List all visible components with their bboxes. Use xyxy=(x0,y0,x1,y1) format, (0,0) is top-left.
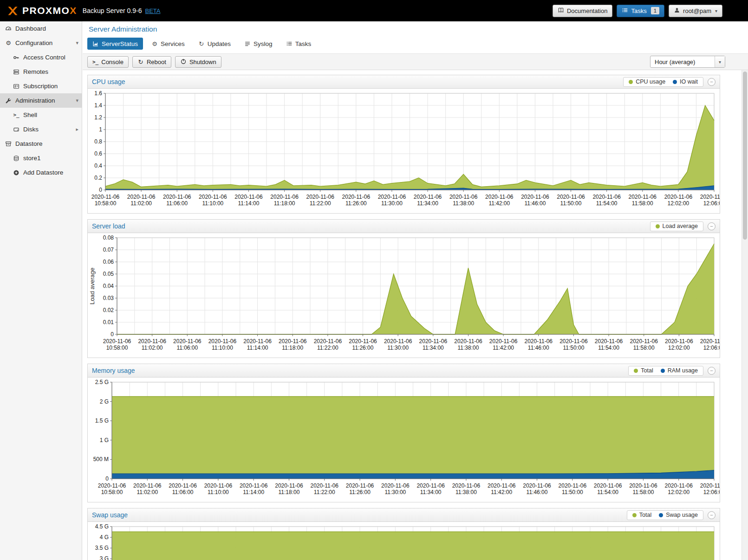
svg-text:2020-11-06: 2020-11-06 xyxy=(700,194,720,200)
sidebar-item-administration[interactable]: Administration▾ xyxy=(0,93,82,108)
tab-tasks[interactable]: Tasks xyxy=(281,38,317,50)
svg-text:2020-11-06: 2020-11-06 xyxy=(342,194,371,200)
page-title: Server Administration xyxy=(89,25,748,33)
svg-text:2020-11-06: 2020-11-06 xyxy=(163,194,191,200)
expand-arrow-icon[interactable]: ▸ xyxy=(76,126,78,132)
vertical-scrollbar[interactable] xyxy=(741,70,748,560)
svg-text:11:42:00: 11:42:00 xyxy=(493,345,514,351)
sidebar-item-subscription[interactable]: Subscription xyxy=(0,79,82,93)
svg-text:2020-11-06: 2020-11-06 xyxy=(488,482,516,489)
svg-text:11:06:00: 11:06:00 xyxy=(176,345,198,351)
svg-text:2020-11-06: 2020-11-06 xyxy=(381,482,410,489)
legend-item-io-wait[interactable]: IO wait xyxy=(673,78,698,85)
svg-text:0.4: 0.4 xyxy=(94,163,102,169)
book-icon xyxy=(558,7,564,15)
shutdown-button[interactable]: Shutdown xyxy=(175,56,221,68)
sidebar-item-configuration[interactable]: ⚙Configuration▾ xyxy=(0,36,82,50)
collapse-panel-button[interactable]: − xyxy=(708,78,715,86)
chart-canvas: 0500 M1 G1.5 G2 G2.5 G3 G3.5 G4 G4.5 G20… xyxy=(88,522,720,560)
svg-text:11:14:00: 11:14:00 xyxy=(247,345,268,351)
svg-text:2020-11-06: 2020-11-06 xyxy=(270,194,299,200)
svg-text:11:02:00: 11:02:00 xyxy=(142,345,163,351)
sidebar-item-dashboard[interactable]: Dashboard xyxy=(0,21,82,36)
tab-updates[interactable]: ↻Updates xyxy=(193,38,236,50)
tab-syslog[interactable]: Syslog xyxy=(239,38,278,50)
sidebar-item-shell[interactable]: >_Shell xyxy=(0,108,82,122)
beta-link[interactable]: BETA xyxy=(145,7,160,14)
legend-item-swap-usage[interactable]: Swap usage xyxy=(659,512,698,518)
tab-serverstatus[interactable]: ServerStatus xyxy=(87,38,143,50)
collapse-panel-button[interactable]: − xyxy=(708,222,715,230)
user-label: root@pam xyxy=(683,7,711,14)
svg-text:2020-11-06: 2020-11-06 xyxy=(592,194,621,200)
svg-text:500 M: 500 M xyxy=(93,456,109,462)
timerange-value: Hour (average) xyxy=(655,59,695,65)
svg-text:11:30:00: 11:30:00 xyxy=(387,345,409,351)
legend-label: IO wait xyxy=(680,78,698,85)
sidebar-item-add-datastore[interactable]: Add Datastore xyxy=(0,165,82,180)
svg-text:2020-11-06: 2020-11-06 xyxy=(98,482,126,489)
expand-arrow-icon[interactable]: ▾ xyxy=(76,40,78,46)
svg-text:2020-11-06: 2020-11-06 xyxy=(559,482,587,489)
svg-text:11:58:00: 11:58:00 xyxy=(632,200,653,207)
documentation-button[interactable]: Documentation xyxy=(553,5,612,17)
tab-services[interactable]: ⚙Services xyxy=(146,38,190,50)
console-button[interactable]: >_ Console xyxy=(87,56,129,68)
svg-text:2020-11-06: 2020-11-06 xyxy=(454,338,482,345)
user-menu-button[interactable]: root@pam ▾ xyxy=(669,5,722,17)
svg-text:1.5 G: 1.5 G xyxy=(95,417,109,424)
svg-text:11:46:00: 11:46:00 xyxy=(527,489,548,495)
caret-down-icon: ▾ xyxy=(715,8,717,13)
collapse-panel-button[interactable]: − xyxy=(708,367,715,375)
panel-server-load: Server loadLoad average−00.010.020.030.0… xyxy=(87,219,720,358)
svg-text:2020-11-06: 2020-11-06 xyxy=(91,194,120,200)
legend-dot-icon xyxy=(629,80,633,84)
top-header: PROXMOX Backup Server 0.9-6 BETA Documen… xyxy=(0,0,748,21)
legend-item-total[interactable]: Total xyxy=(632,512,651,518)
svg-text:2020-11-06: 2020-11-06 xyxy=(700,482,720,489)
product-version: Backup Server 0.9-6 xyxy=(83,7,142,14)
svg-text:2020-11-06: 2020-11-06 xyxy=(204,482,233,489)
panel-title: CPU usage xyxy=(92,78,125,85)
reboot-button[interactable]: ↻ Reboot xyxy=(132,56,171,68)
chart-canvas: 00.010.020.030.040.050.060.070.082020-11… xyxy=(88,233,720,358)
legend-dot-icon xyxy=(634,369,638,373)
console-label: Console xyxy=(101,59,124,65)
sidebar-item-disks[interactable]: Disks▸ xyxy=(0,122,82,137)
sidebar-item-access-control[interactable]: Access Control xyxy=(0,50,82,65)
legend-label: Total xyxy=(641,367,653,374)
sidebar-item-label: Configuration xyxy=(15,39,52,46)
svg-text:2020-11-06: 2020-11-06 xyxy=(557,194,585,200)
scrollbar-thumb[interactable] xyxy=(743,72,747,240)
svg-text:2020-11-06: 2020-11-06 xyxy=(384,338,412,345)
task-list-icon xyxy=(622,7,628,15)
svg-text:2020-11-06: 2020-11-06 xyxy=(452,482,481,489)
svg-text:1.6: 1.6 xyxy=(94,90,102,97)
timerange-select[interactable]: Hour (average) ▾ xyxy=(650,56,725,68)
svg-text:0.06: 0.06 xyxy=(103,259,114,265)
svg-text:11:10:00: 11:10:00 xyxy=(208,489,229,495)
legend-item-load-average[interactable]: Load average xyxy=(656,223,698,229)
expand-arrow-icon[interactable]: ▾ xyxy=(76,98,78,104)
toolbar: >_ Console ↻ Reboot Shutdown Hour (avera… xyxy=(83,53,748,70)
legend-item-ram-usage[interactable]: RAM usage xyxy=(661,367,698,374)
svg-text:11:14:00: 11:14:00 xyxy=(238,200,260,207)
svg-text:11:58:00: 11:58:00 xyxy=(633,345,655,351)
panel-memory-usage: Memory usageTotalRAM usage−0500 M1 G1.5 … xyxy=(87,364,720,502)
select-caret-icon[interactable]: ▾ xyxy=(715,56,725,67)
tasks-button[interactable]: Tasks 1 xyxy=(617,5,664,17)
sidebar-item-datastore[interactable]: Datastore xyxy=(0,137,82,151)
collapse-panel-button[interactable]: − xyxy=(708,511,715,519)
legend-dot-icon xyxy=(673,80,677,84)
sidebar-item-remotes[interactable]: Remotes xyxy=(0,65,82,79)
sidebar-item-label: store1 xyxy=(23,155,41,162)
sidebar-item-store1[interactable]: store1 xyxy=(0,151,82,165)
svg-text:0.07: 0.07 xyxy=(103,247,114,253)
legend-item-cpu-usage[interactable]: CPU usage xyxy=(629,78,665,85)
sidebar: Dashboard⚙Configuration▾Access ControlRe… xyxy=(0,21,82,560)
key-icon xyxy=(13,54,20,61)
svg-text:11:30:00: 11:30:00 xyxy=(381,200,403,207)
svg-text:11:18:00: 11:18:00 xyxy=(279,489,300,495)
legend-item-total[interactable]: Total xyxy=(634,367,653,374)
list-icon xyxy=(286,40,293,47)
